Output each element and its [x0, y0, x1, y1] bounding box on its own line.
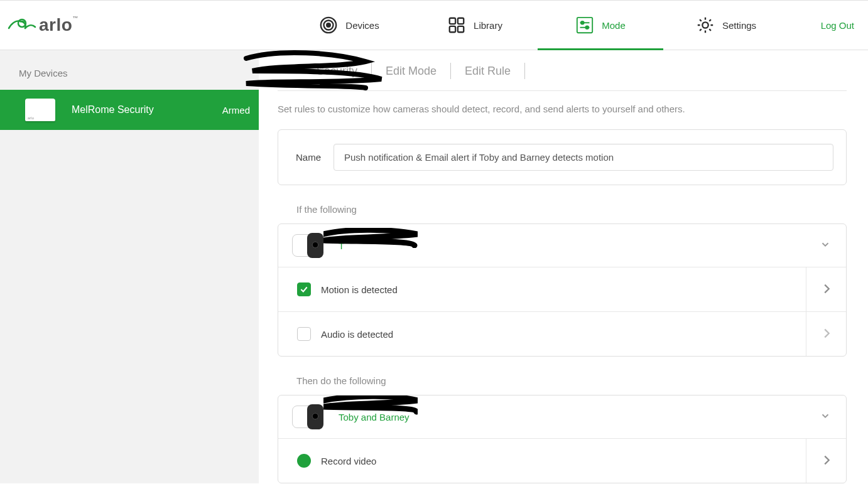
audio-option-row[interactable]: Audio is detected [278, 311, 846, 356]
nav-settings[interactable]: Settings [663, 1, 789, 50]
motion-option-row[interactable]: Motion is detected [278, 267, 846, 311]
nav-mode[interactable]: Mode [538, 1, 663, 50]
motion-settings-arrow[interactable] [806, 267, 846, 311]
nav-mode-label: Mode [602, 20, 626, 31]
mode-icon [575, 16, 594, 35]
nav-settings-label: Settings [722, 20, 756, 31]
then-camera-selector[interactable]: Toby and Barney [278, 395, 846, 438]
camera-icon [292, 233, 323, 258]
sidebar-device-status: Armed [222, 105, 250, 116]
record-label: Record video [321, 456, 806, 466]
then-camera-name: Toby and Barney [339, 412, 410, 422]
breadcrumb-edit-mode[interactable]: Edit Mode [372, 63, 451, 79]
library-icon [447, 16, 466, 35]
rule-name-label: Name [296, 152, 334, 163]
chevron-right-icon [820, 453, 833, 469]
sidebar: My Devices MelRome Security Armed [0, 50, 259, 483]
nav-library[interactable]: Library [412, 1, 538, 50]
top-nav: arlo™ Devices Library [0, 0, 868, 50]
basestation-icon [25, 99, 55, 121]
motion-checkbox[interactable] [297, 282, 311, 296]
chevron-right-icon [820, 326, 833, 342]
chevron-down-icon [820, 411, 831, 424]
main-nav: Devices Library Mode [207, 1, 868, 50]
then-heading: Then do the following [296, 375, 847, 386]
svg-point-10 [581, 21, 584, 24]
settings-icon [696, 16, 715, 35]
if-device-card: T Motion is detected [278, 223, 847, 357]
camera-icon [292, 404, 323, 429]
motion-label: Motion is detected [321, 284, 806, 295]
nav-devices[interactable]: Devices [286, 1, 412, 50]
then-device-card: Toby and Barney Record video [278, 395, 847, 483]
chevron-right-icon [820, 282, 833, 298]
arlo-logo-icon [6, 9, 36, 41]
brand-logo[interactable]: arlo™ [0, 1, 207, 50]
breadcrumb: Security Edit Mode Edit Rule [278, 63, 847, 91]
if-camera-selector[interactable]: T [278, 224, 846, 267]
svg-rect-5 [458, 18, 464, 24]
audio-checkbox[interactable] [297, 327, 311, 341]
breadcrumb-edit-rule: Edit Rule [451, 63, 525, 79]
svg-point-13 [702, 22, 708, 28]
svg-rect-7 [458, 26, 464, 32]
rule-name-card: Name [278, 129, 847, 185]
sidebar-device-row[interactable]: MelRome Security Armed [0, 90, 259, 130]
rules-description: Set rules to customize how cameras shoul… [278, 104, 847, 114]
redaction-scribble [323, 228, 418, 248]
brand-name: arlo™ [39, 15, 79, 35]
if-heading: If the following [296, 204, 847, 215]
svg-rect-4 [450, 18, 455, 24]
if-camera-name: T [339, 240, 344, 251]
breadcrumb-root[interactable]: Security [278, 63, 372, 79]
svg-rect-8 [577, 18, 592, 33]
devices-icon [319, 16, 338, 35]
rule-name-input[interactable] [334, 144, 833, 171]
main-content: Security Edit Mode Edit Rule Set rules t… [259, 50, 868, 484]
audio-label: Audio is detected [321, 329, 806, 340]
svg-point-12 [586, 26, 589, 29]
nav-devices-label: Devices [345, 20, 379, 31]
logout-link[interactable]: Log Out [821, 1, 854, 50]
chevron-down-icon [820, 239, 831, 252]
svg-point-3 [327, 23, 331, 27]
svg-rect-6 [450, 26, 455, 32]
audio-settings-arrow[interactable] [806, 312, 846, 356]
sidebar-heading: My Devices [0, 68, 259, 78]
nav-library-label: Library [474, 20, 502, 31]
sidebar-device-name: MelRome Security [72, 104, 222, 116]
record-radio[interactable] [297, 454, 311, 468]
record-settings-arrow[interactable] [806, 439, 846, 483]
record-option-row[interactable]: Record video [278, 438, 846, 483]
